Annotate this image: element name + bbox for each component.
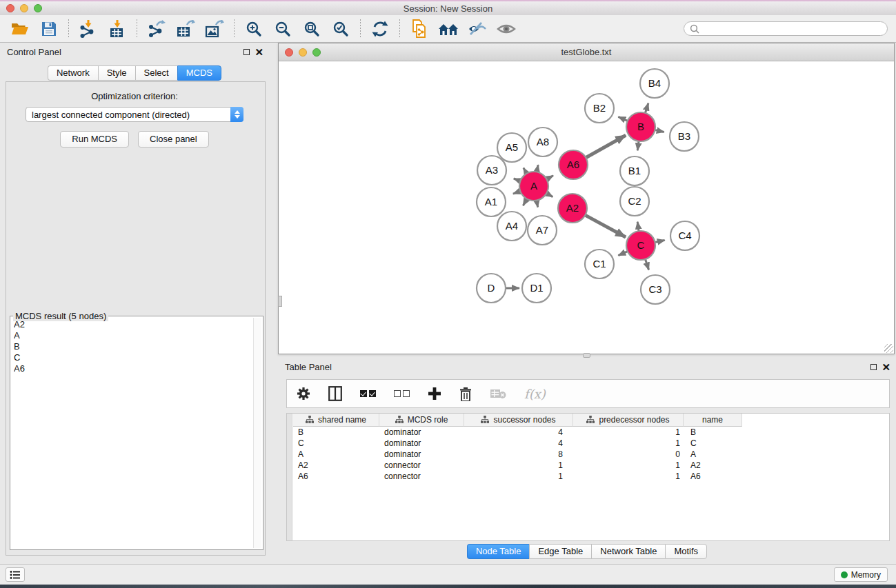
cell[interactable]: B: [293, 427, 379, 438]
graph-node-A8[interactable]: A8: [528, 128, 557, 156]
result-scrollbar[interactable]: [253, 318, 261, 548]
graph-edge-C-C4[interactable]: [655, 240, 665, 242]
cell[interactable]: A2: [293, 460, 379, 471]
graph-edge-A-A3[interactable]: [514, 179, 521, 181]
cell[interactable]: C: [293, 438, 379, 449]
graph-node-A4[interactable]: A4: [497, 212, 526, 241]
search-box[interactable]: [684, 21, 888, 36]
graph-node-A2[interactable]: A2: [558, 194, 587, 223]
cell[interactable]: A6: [293, 471, 379, 482]
network-graph[interactable]: B4B2BB3A8A5A6A3B1AA1C2A2A4A7C4CC1C3DD1: [279, 61, 893, 353]
close-panel-icon[interactable]: ✕: [882, 364, 890, 370]
splitter-handle-bottom[interactable]: [583, 353, 590, 358]
result-item[interactable]: A6: [14, 363, 252, 374]
graph-node-D[interactable]: D: [477, 274, 506, 303]
table-row-A2[interactable]: A2connector11A2: [293, 460, 742, 471]
result-item[interactable]: A: [14, 330, 252, 341]
zoom-out-icon[interactable]: [272, 19, 293, 39]
column-header-predecessor-nodes[interactable]: predecessor nodes: [573, 414, 684, 427]
cell[interactable]: 4: [464, 438, 573, 449]
graph-node-A6[interactable]: A6: [559, 150, 588, 179]
graph-node-A5[interactable]: A5: [497, 133, 526, 162]
cell[interactable]: 1: [573, 427, 684, 438]
tab-network[interactable]: Network: [48, 65, 98, 81]
cell[interactable]: connector: [379, 460, 464, 471]
graph-edge-A-A6[interactable]: [546, 176, 553, 179]
cell[interactable]: A2: [684, 460, 742, 471]
table-row-C[interactable]: Cdominator41C: [293, 438, 742, 449]
graph-node-C2[interactable]: C2: [620, 187, 649, 216]
home-icon[interactable]: [438, 19, 459, 39]
graph-node-A7[interactable]: A7: [528, 216, 557, 245]
graph-edge-C-C2[interactable]: [637, 222, 639, 232]
node-table[interactable]: shared nameMCDS rolesuccessor nodesprede…: [286, 413, 890, 541]
cell[interactable]: 1: [464, 460, 573, 471]
gear-icon[interactable]: [297, 387, 310, 401]
add-column-icon[interactable]: [428, 387, 441, 401]
result-item[interactable]: B: [14, 341, 252, 352]
export-image-icon[interactable]: [204, 19, 225, 39]
cell[interactable]: 1: [573, 460, 684, 471]
tab-mcds[interactable]: MCDS: [177, 65, 221, 81]
graph-edge-A2-C[interactable]: [585, 215, 626, 237]
column-header-name[interactable]: name: [684, 414, 742, 427]
graph-edge-C-C3[interactable]: [646, 259, 649, 270]
graph-edge-A-A7[interactable]: [537, 201, 538, 207]
cell[interactable]: dominator: [379, 449, 464, 460]
cell[interactable]: 1: [573, 438, 684, 449]
cell[interactable]: 0: [573, 449, 684, 460]
graph-node-B2[interactable]: B2: [585, 94, 614, 123]
save-session-icon[interactable]: [39, 19, 59, 39]
select-all-icon[interactable]: [360, 390, 376, 397]
graph-edge-B-B4[interactable]: [645, 103, 648, 113]
tab-select[interactable]: Select: [135, 65, 177, 81]
export-table-icon[interactable]: [175, 19, 196, 39]
memory-button[interactable]: Memory: [834, 567, 888, 582]
graph-node-A1[interactable]: A1: [477, 187, 506, 216]
graph-node-A[interactable]: A: [519, 172, 548, 201]
duplicate-network-icon[interactable]: [409, 19, 430, 39]
cell[interactable]: 4: [464, 427, 573, 438]
cell[interactable]: 8: [464, 449, 573, 460]
tab-motifs[interactable]: Motifs: [665, 544, 707, 559]
column-header-shared-name[interactable]: shared name: [293, 414, 379, 427]
graph-node-C1[interactable]: C1: [585, 250, 614, 278]
zoom-in-icon[interactable]: [243, 19, 264, 39]
cell[interactable]: A: [684, 449, 742, 460]
cell[interactable]: connector: [379, 471, 464, 482]
result-item[interactable]: A2: [14, 319, 252, 330]
graph-node-B[interactable]: B: [626, 112, 655, 141]
cell[interactable]: C: [684, 438, 742, 449]
graph-edge-A-A1[interactable]: [513, 191, 520, 194]
task-history-button[interactable]: [6, 567, 25, 582]
run-mcds-button[interactable]: Run MCDS: [60, 131, 129, 148]
cell[interactable]: dominator: [379, 427, 464, 438]
deselect-all-icon[interactable]: [394, 390, 410, 397]
search-input[interactable]: [699, 24, 882, 34]
float-panel-icon[interactable]: [243, 49, 250, 55]
cell[interactable]: A: [293, 449, 379, 460]
close-panel-button[interactable]: Close panel: [138, 131, 209, 148]
open-session-icon[interactable]: [10, 19, 30, 39]
column-header-MCDS-role[interactable]: MCDS role: [379, 414, 464, 427]
tab-edge-table[interactable]: Edge Table: [529, 544, 591, 559]
column-header-successor-nodes[interactable]: successor nodes: [464, 414, 573, 427]
export-network-icon[interactable]: [146, 19, 167, 39]
graph-edge-A6-B[interactable]: [586, 135, 626, 158]
tab-network-table[interactable]: Network Table: [591, 544, 665, 559]
import-network-icon[interactable]: [78, 19, 99, 39]
graph-node-D1[interactable]: D1: [522, 274, 551, 303]
graph-edge-A-A4[interactable]: [523, 199, 527, 205]
graph-node-B3[interactable]: B3: [670, 122, 699, 151]
table-row-A[interactable]: Adominator80A: [293, 449, 742, 460]
graph-edge-A-A5[interactable]: [524, 168, 527, 174]
graph-edge-A-A2[interactable]: [546, 193, 552, 196]
import-table-icon[interactable]: [107, 19, 128, 39]
refresh-icon[interactable]: [370, 19, 390, 39]
tab-style[interactable]: Style: [98, 65, 135, 81]
graph-edge-A-A8[interactable]: [537, 165, 538, 172]
float-panel-icon[interactable]: [870, 364, 877, 370]
result-item[interactable]: C: [14, 352, 252, 363]
graph-node-C3[interactable]: C3: [641, 275, 670, 304]
cell[interactable]: 1: [464, 471, 573, 482]
